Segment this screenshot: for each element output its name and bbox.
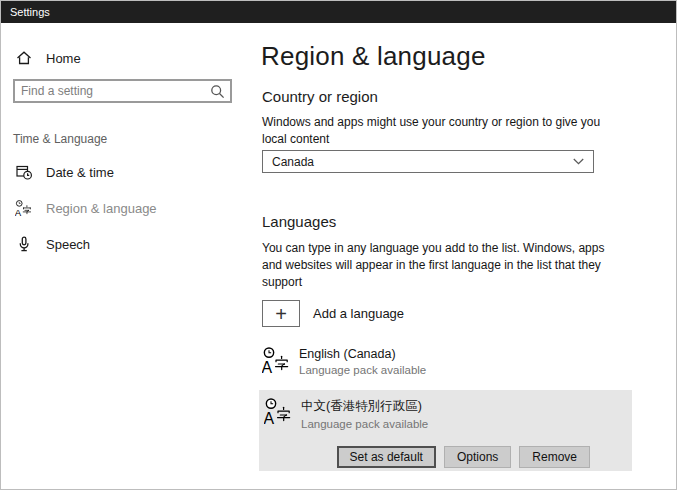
sidebar-item-label: Speech [46,237,90,252]
language-icon [264,398,292,426]
language-status: Language pack available [299,364,426,376]
language-status: Language pack available [301,418,428,430]
sidebar-item-home[interactable]: Home [15,46,81,70]
options-button[interactable]: Options [444,446,511,468]
country-region-select[interactable]: Canada [262,150,594,173]
plus-icon: + [262,300,300,327]
sidebar-section-label: Time & Language [13,132,107,146]
languages-heading: Languages [262,213,336,230]
language-icon [262,347,290,375]
sidebar-item-date-time[interactable]: Date & time [15,160,114,184]
speech-icon [15,236,32,253]
remove-button[interactable]: Remove [519,446,590,468]
search-box [13,79,232,103]
titlebar: Settings [1,1,676,23]
sidebar-item-label: Region & language [46,201,157,216]
date-time-icon [15,164,32,181]
sidebar-item-speech[interactable]: Speech [15,232,90,256]
country-region-heading: Country or region [262,88,378,105]
country-region-description: Windows and apps might use your country … [262,114,610,148]
sidebar-item-region-language[interactable]: Region & language [15,196,157,220]
region-language-icon [15,200,32,217]
sidebar-item-label: Home [46,51,81,66]
selected-language-panel: 中文(香港特別行政區) Language pack available Set … [259,390,632,471]
home-icon [15,50,32,67]
set-as-default-button[interactable]: Set as default [337,446,436,468]
language-item[interactable]: 中文(香港特別行政區) Language pack available [264,398,428,430]
sidebar-item-label: Date & time [46,165,114,180]
language-actions: Set as default Options Remove [337,446,590,468]
settings-window: Settings Home Time & Language [0,0,677,490]
page-title: Region & language [261,41,486,72]
search-input[interactable] [15,84,204,98]
search-icon[interactable] [204,81,230,101]
chevron-down-icon [573,158,584,165]
add-language-label: Add a language [313,306,404,321]
language-item[interactable]: English (Canada) Language pack available [262,347,426,376]
add-language-button[interactable]: + Add a language [262,300,404,327]
country-region-selected-value: Canada [272,155,314,169]
window-title: Settings [10,6,50,18]
language-name: 中文(香港特別行政區) [301,398,428,415]
language-name: English (Canada) [299,347,426,361]
languages-description: You can type in any language you add to … [262,240,610,291]
